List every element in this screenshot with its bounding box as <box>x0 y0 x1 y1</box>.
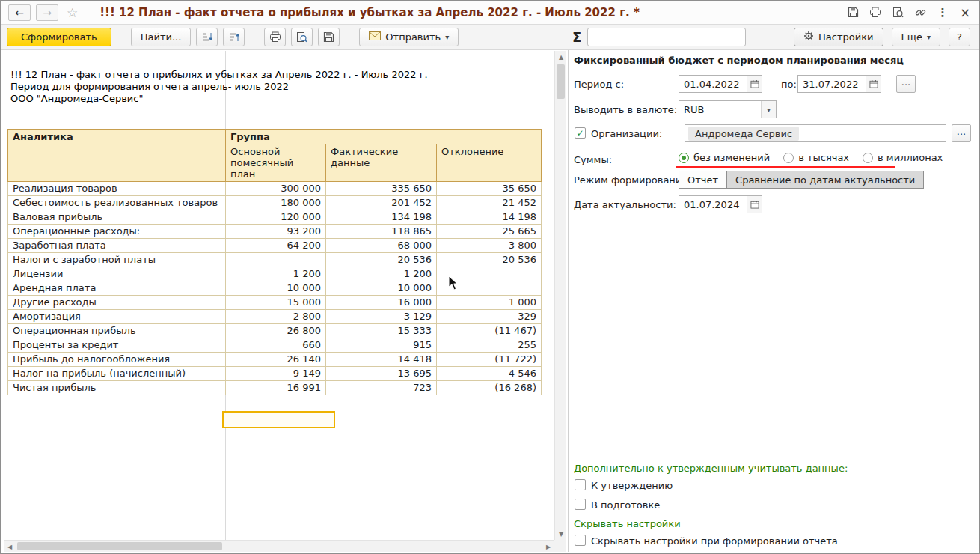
table-row[interactable]: Реализация товаров300 000335 65035 650 <box>8 182 542 196</box>
scroll-up-icon[interactable]: ▲ <box>555 51 567 63</box>
table-row[interactable]: Себестоимость реализованных товаров180 0… <box>8 196 542 210</box>
cell-deviation[interactable]: 4 546 <box>437 367 542 381</box>
forward-button[interactable]: → <box>36 4 58 21</box>
cell-analytics[interactable]: Валовая прибыль <box>8 210 226 225</box>
cell-plan[interactable] <box>226 253 326 267</box>
radio-no-change-label[interactable]: без изменений <box>693 152 770 163</box>
dropdown-icon[interactable]: ▾ <box>761 101 776 118</box>
calendar-icon[interactable] <box>747 76 762 92</box>
cell-analytics[interactable]: Прибыль до налогообложения <box>8 353 226 367</box>
cell-deviation[interactable]: 3 800 <box>437 239 542 253</box>
sort-descending-button[interactable] <box>223 28 245 46</box>
table-row[interactable]: Прибыль до налогообложения26 14014 418(1… <box>8 353 542 367</box>
cell-fact[interactable]: 1 200 <box>326 267 437 281</box>
calendar-icon[interactable] <box>866 76 881 92</box>
period-from-field[interactable]: 01.04.2022 <box>679 75 762 93</box>
cell-analytics[interactable]: Чистая прибыль <box>8 381 226 395</box>
cell-deviation[interactable]: 14 198 <box>437 210 542 225</box>
mode-compare-segment[interactable]: Сравнение по датам актуальности <box>727 171 924 189</box>
spreadsheet-area[interactable]: !!! 12 План - факт отчета о прибылях и у… <box>4 51 554 540</box>
horizontal-scroll-thumb[interactable] <box>17 542 222 550</box>
radio-millions-label[interactable]: в миллионах <box>878 152 943 163</box>
cell-analytics[interactable]: Проценты за кредит <box>8 338 226 353</box>
table-row[interactable]: Лицензии1 2001 200 <box>8 267 542 281</box>
cell-plan[interactable]: 26 800 <box>226 324 326 338</box>
cell-fact[interactable]: 3 129 <box>326 310 437 324</box>
print-preview-button[interactable] <box>291 28 313 46</box>
hide-settings-label[interactable]: Скрывать настройки при формировании отче… <box>591 535 838 547</box>
sum-field[interactable] <box>587 28 746 46</box>
cell-deviation[interactable]: 255 <box>437 338 542 353</box>
scroll-right-icon[interactable]: ▶ <box>542 541 554 553</box>
table-row[interactable]: Операционная прибыль26 80015 333(11 467) <box>8 324 542 338</box>
save-file-button[interactable] <box>318 28 340 46</box>
header-plan[interactable]: Основной помесячный план <box>226 144 326 182</box>
organizations-more-button[interactable]: ... <box>952 124 971 142</box>
period-to-field[interactable]: 31.07.2022 <box>797 75 881 93</box>
cell-analytics[interactable]: Заработная плата <box>8 239 226 253</box>
cell-deviation[interactable]: 21 452 <box>437 196 542 210</box>
cell-plan[interactable]: 93 200 <box>226 225 326 239</box>
cell-deviation[interactable]: 35 650 <box>437 182 542 196</box>
cell-plan[interactable]: 9 149 <box>226 367 326 381</box>
cell-fact[interactable]: 16 000 <box>326 296 437 310</box>
organizations-checkbox[interactable] <box>575 127 586 138</box>
cell-plan[interactable]: 120 000 <box>226 210 326 225</box>
table-row[interactable]: Заработная плата64 20068 0003 800 <box>8 239 542 253</box>
extra-data-title[interactable]: Дополнительно к утвержденным учитывать д… <box>574 463 848 474</box>
radio-millions[interactable] <box>863 153 873 163</box>
print-button[interactable] <box>264 28 286 46</box>
table-row[interactable]: Валовая прибыль120 000134 19814 198 <box>8 210 542 225</box>
radio-no-change[interactable] <box>679 153 689 163</box>
table-row[interactable]: Налог на прибыль (начисленный)9 14913 69… <box>8 367 542 381</box>
cell-analytics[interactable]: Амортизация <box>8 310 226 324</box>
cell-analytics[interactable]: Налоги с заработной платы <box>8 253 226 267</box>
radio-thousands[interactable] <box>783 153 794 163</box>
organization-tag[interactable]: Андромеда Сервис <box>688 127 799 141</box>
approve-checkbox[interactable] <box>575 479 586 490</box>
header-analytics[interactable]: Аналитика <box>8 130 226 182</box>
cell-fact[interactable]: 68 000 <box>326 239 437 253</box>
header-fact[interactable]: Фактические данные <box>326 144 437 182</box>
scroll-left-icon[interactable]: ◀ <box>4 541 16 553</box>
back-button[interactable]: ← <box>8 4 31 21</box>
more-button[interactable]: Еще ▾ <box>892 28 941 46</box>
help-button[interactable]: ? <box>949 28 970 46</box>
cell-fact[interactable]: 14 418 <box>326 353 437 367</box>
hide-settings-checkbox[interactable] <box>575 535 586 546</box>
mode-report-segment[interactable]: Отчет <box>679 171 727 189</box>
vertical-scroll-thumb[interactable] <box>557 64 565 99</box>
hide-settings-link[interactable]: Скрывать настройки <box>574 518 681 529</box>
cell-deviation[interactable]: (11 467) <box>437 324 542 338</box>
cell-plan[interactable]: 16 991 <box>226 381 326 395</box>
cell-deviation[interactable]: 20 536 <box>437 253 542 267</box>
cell-deviation[interactable]: 329 <box>437 310 542 324</box>
vertical-scrollbar[interactable]: ▲ ▼ <box>554 51 566 540</box>
cell-plan[interactable]: 660 <box>226 338 326 353</box>
close-icon[interactable]: × <box>958 6 972 19</box>
favorite-star-icon[interactable]: ☆ <box>67 5 78 20</box>
cell-plan[interactable]: 2 800 <box>226 310 326 324</box>
cell-plan[interactable]: 180 000 <box>226 196 326 210</box>
generate-button[interactable]: Сформировать <box>7 28 111 46</box>
cell-fact[interactable]: 915 <box>326 338 437 353</box>
cell-fact[interactable]: 10 000 <box>326 281 437 296</box>
cell-plan[interactable]: 1 200 <box>226 267 326 281</box>
selected-cell[interactable] <box>222 411 335 428</box>
table-row[interactable]: Налоги с заработной платы20 53620 536 <box>8 253 542 267</box>
table-row[interactable]: Чистая прибыль16 991723(16 268) <box>8 381 542 395</box>
link-icon[interactable] <box>913 6 927 19</box>
cell-analytics[interactable]: Другие расходы <box>8 296 226 310</box>
cell-analytics[interactable]: Лицензии <box>8 267 226 281</box>
table-row[interactable]: Арендная плата10 00010 000 <box>8 281 542 296</box>
save-icon[interactable] <box>846 6 860 19</box>
cell-fact[interactable]: 723 <box>326 381 437 395</box>
cell-plan[interactable]: 26 140 <box>226 353 326 367</box>
cell-plan[interactable]: 300 000 <box>226 182 326 196</box>
header-deviation[interactable]: Отклонение <box>437 144 542 182</box>
calendar-icon[interactable] <box>747 196 762 213</box>
period-more-button[interactable]: ... <box>896 75 916 93</box>
actual-date-field[interactable]: 01.07.2024 <box>679 195 762 213</box>
approve-label[interactable]: К утверждению <box>591 480 673 491</box>
radio-thousands-label[interactable]: в тысячах <box>798 152 849 163</box>
